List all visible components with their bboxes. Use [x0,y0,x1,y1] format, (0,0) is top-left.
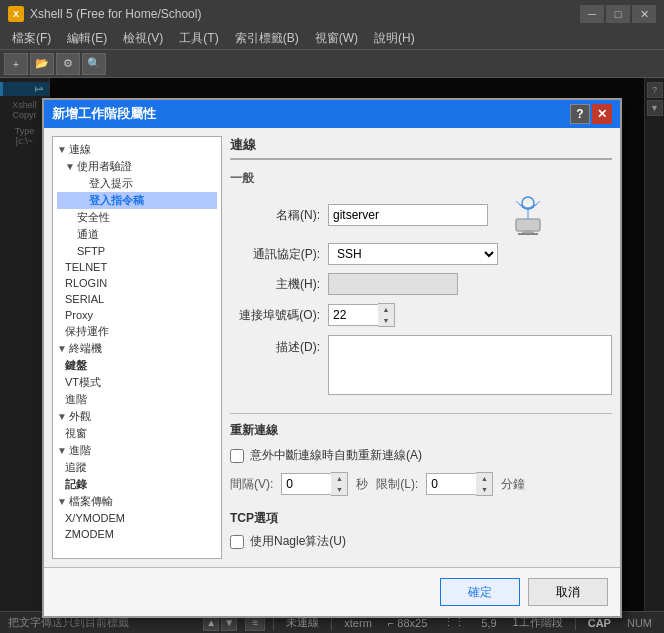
auto-reconnect-label: 意外中斷連線時自動重新連線(A) [250,447,422,464]
auto-reconnect-row: 意外中斷連線時自動重新連線(A) [230,447,612,464]
title-bar: X Xshell 5 (Free for Home/School) ─ □ ✕ [0,0,664,28]
menu-file[interactable]: 檔案(F) [4,28,59,49]
port-decrement-button[interactable]: ▼ [378,315,394,326]
maximize-button[interactable]: □ [606,5,630,23]
limit-decrement-button[interactable]: ▼ [476,484,492,495]
dialog-overlay: 新增工作階段屬性 ? ✕ ▼ 連線 [0,78,664,611]
svg-rect-2 [518,233,538,235]
toolbar-search-btn[interactable]: 🔍 [82,53,106,75]
toolbar-new-btn[interactable]: + [4,53,28,75]
ok-button[interactable]: 確定 [440,578,520,606]
tree-panel: ▼ 連線 ▼ 使用者驗證 登入提示 登入指令稿 [52,136,222,559]
tree-folder-icon-connection: ▼ [57,144,67,155]
new-session-dialog: 新增工作階段屬性 ? ✕ ▼ 連線 [42,98,622,618]
menu-help[interactable]: 說明(H) [366,28,423,49]
tree-item-sftp[interactable]: SFTP [57,243,217,259]
tree-folder-icon-advanced: ▼ [57,445,67,456]
menu-window[interactable]: 視窗(W) [307,28,366,49]
port-label: 連接埠號碼(O): [230,307,320,324]
nagle-label: 使用Nagle算法(U) [250,533,346,550]
name-input[interactable] [328,204,488,226]
close-button[interactable]: ✕ [632,5,656,23]
tree-item-appearance[interactable]: ▼ 外觀 [57,408,217,425]
tree-item-login-script[interactable]: 登入指令稿 [57,192,217,209]
tree-item-xymodem[interactable]: X/YMODEM [57,510,217,526]
main-area: 1 Xshell Copyr Type [c:\~ ? ▼ 新增工作階段屬性 [0,78,664,611]
desc-row: 描述(D): [230,335,612,395]
protocol-select[interactable]: SSH TELNET RLOGIN SERIAL [328,243,498,265]
app-title: Xshell 5 (Free for Home/School) [30,7,580,21]
tree-item-user-auth[interactable]: ▼ 使用者驗證 [57,158,217,175]
port-increment-button[interactable]: ▲ [378,304,394,315]
menu-view[interactable]: 檢視(V) [115,28,171,49]
port-input[interactable] [328,304,378,326]
reconnect-title: 重新連線 [230,422,612,439]
auto-reconnect-checkbox[interactable] [230,449,244,463]
tree-item-terminal[interactable]: ▼ 終端機 [57,340,217,357]
dialog-title: 新增工作階段屬性 [52,105,570,123]
tree-folder-icon-terminal: ▼ [57,343,67,354]
host-input[interactable] [328,273,458,295]
num-indicator: NUM [623,616,656,630]
status-position: 5,9 [477,617,500,629]
menu-tools[interactable]: 工具(T) [171,28,226,49]
tree-item-advanced-terminal[interactable]: 進階 [57,391,217,408]
tree-item-zmodem[interactable]: ZMODEM [57,526,217,542]
status-size: ⌐ 88x25 [384,617,431,629]
dialog-close-button[interactable]: ✕ [592,104,612,124]
status-terminal: xterm [340,617,376,629]
tree-item-security[interactable]: 安全性 [57,209,217,226]
tree-item-connection[interactable]: ▼ 連線 [57,141,217,158]
desc-label: 描述(D): [230,339,320,356]
menu-edit[interactable]: 編輯(E) [59,28,115,49]
host-row: 主機(H): [230,273,612,295]
dialog-content: ▼ 連線 ▼ 使用者驗證 登入提示 登入指令稿 [44,128,620,567]
interval-unit: 秒 [356,476,368,493]
interval-increment-button[interactable]: ▲ [331,473,347,484]
interval-decrement-button[interactable]: ▼ [331,484,347,495]
interval-spinner: ▲ ▼ [281,472,348,496]
dialog-footer: 確定 取消 [44,567,620,616]
tree-item-telnet[interactable]: TELNET [57,259,217,275]
toolbar-open-btn[interactable]: 📂 [30,53,54,75]
tree-folder-icon-file-transfer: ▼ [57,496,67,507]
tree-item-vt-mode[interactable]: VT模式 [57,374,217,391]
toolbar: + 📂 ⚙ 🔍 [0,50,664,78]
interval-row: 間隔(V): ▲ ▼ 秒 限制(L): [230,472,612,496]
tree-item-tunnel[interactable]: 通道 [57,226,217,243]
name-label: 名稱(N): [230,207,320,224]
desc-textarea[interactable] [328,335,612,395]
tree-item-rlogin[interactable]: RLOGIN [57,275,217,291]
tree-item-trace[interactable]: 追蹤 [57,459,217,476]
host-label: 主機(H): [230,276,320,293]
nagle-checkbox[interactable] [230,535,244,549]
interval-input[interactable] [281,473,331,495]
tcp-title: TCP選項 [230,510,612,527]
tree-folder-icon-user-auth: ▼ [65,161,75,172]
tree-item-login-prompt[interactable]: 登入提示 [57,175,217,192]
app-window: X Xshell 5 (Free for Home/School) ─ □ ✕ … [0,0,664,633]
toolbar-settings-btn[interactable]: ⚙ [56,53,80,75]
dialog-help-button[interactable]: ? [570,104,590,124]
name-row: 名稱(N): [230,195,612,235]
limit-input[interactable] [426,473,476,495]
port-spinner: ▲ ▼ [328,303,395,327]
tree-item-log[interactable]: 記錄 [57,476,217,493]
tree-item-serial[interactable]: SERIAL [57,291,217,307]
tree-item-proxy[interactable]: Proxy [57,307,217,323]
tree-item-file-transfer[interactable]: ▼ 檔案傳輸 [57,493,217,510]
tree-item-advanced[interactable]: ▼ 進階 [57,442,217,459]
cancel-button[interactable]: 取消 [528,578,608,606]
interval-label: 間隔(V): [230,476,273,493]
tree-item-keep-alive[interactable]: 保持運作 [57,323,217,340]
minimize-button[interactable]: ─ [580,5,604,23]
svg-rect-0 [516,219,540,231]
limit-unit: 分鐘 [501,476,525,493]
limit-increment-button[interactable]: ▲ [476,473,492,484]
tree-folder-icon-appearance: ▼ [57,411,67,422]
tree-item-keyboard[interactable]: 鍵盤 [57,357,217,374]
menu-tabs[interactable]: 索引標籤(B) [227,28,307,49]
dialog-title-bar: 新增工作階段屬性 ? ✕ [44,100,620,128]
tree-item-window[interactable]: 視窗 [57,425,217,442]
protocol-row: 通訊協定(P): SSH TELNET RLOGIN SERIAL [230,243,612,265]
